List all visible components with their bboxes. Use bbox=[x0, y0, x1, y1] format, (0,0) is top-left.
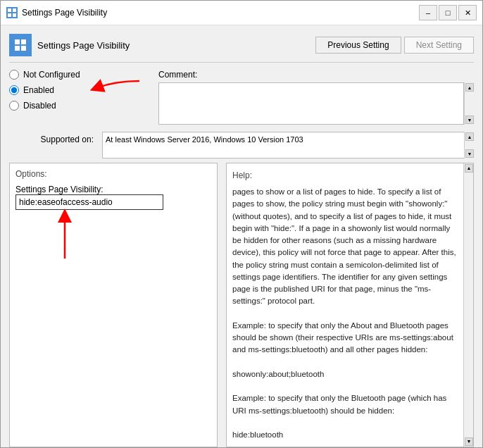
supported-value: At least Windows Server 2016, Windows 10… bbox=[102, 132, 474, 158]
disabled-radio[interactable] bbox=[9, 101, 19, 111]
svg-rect-5 bbox=[21, 39, 26, 44]
next-setting-button[interactable]: Next Setting bbox=[404, 37, 474, 54]
window-icon bbox=[6, 7, 18, 18]
comment-scrollbar: ▲ ▼ bbox=[464, 82, 474, 125]
options-title: Options: bbox=[15, 169, 211, 179]
supported-label: Supported on: bbox=[9, 132, 94, 144]
help-scroll-up[interactable]: ▲ bbox=[465, 164, 473, 173]
supported-row: Supported on: At least Windows Server 20… bbox=[9, 132, 474, 158]
supported-text: At least Windows Server 2016, Windows 10… bbox=[106, 135, 303, 144]
header-title: Settings Page Visibility bbox=[37, 40, 315, 51]
svg-rect-7 bbox=[21, 46, 26, 51]
help-panel: Help: pages to show or a list of pages t… bbox=[226, 163, 474, 447]
supported-value-wrapper: At least Windows Server 2016, Windows 10… bbox=[102, 132, 474, 158]
svg-rect-2 bbox=[8, 13, 11, 17]
svg-rect-4 bbox=[15, 39, 20, 44]
help-title: Help: bbox=[232, 169, 460, 182]
window-title: Settings Page Visibility bbox=[22, 8, 415, 18]
header-row: Settings Page Visibility Previous Settin… bbox=[9, 31, 474, 63]
enabled-label: Enabled bbox=[23, 85, 54, 95]
options-input[interactable] bbox=[15, 194, 163, 210]
supported-scrollbar: ▲ ▼ bbox=[464, 132, 474, 158]
header-icon bbox=[9, 34, 32, 56]
disabled-option[interactable]: Disabled bbox=[9, 101, 150, 111]
main-content: Settings Page Visibility Previous Settin… bbox=[1, 25, 482, 448]
comment-textarea[interactable] bbox=[158, 82, 464, 125]
comment-scroll-up[interactable]: ▲ bbox=[465, 83, 474, 92]
help-text: pages to show or a list of pages to hide… bbox=[232, 186, 460, 441]
svg-rect-1 bbox=[13, 8, 16, 12]
enabled-radio[interactable] bbox=[9, 85, 19, 95]
not-configured-radio[interactable] bbox=[9, 70, 19, 80]
options-content: Settings Page Visibility: bbox=[15, 185, 211, 210]
window-controls: – □ ✕ bbox=[419, 5, 477, 20]
comment-label: Comment: bbox=[158, 70, 474, 80]
radio-group: Not Configured Enabled bbox=[9, 70, 150, 111]
title-bar: Settings Page Visibility – □ ✕ bbox=[1, 1, 482, 25]
comment-section: Comment: ▲ ▼ bbox=[158, 70, 474, 125]
svg-rect-6 bbox=[15, 46, 20, 51]
input-arrow bbox=[51, 206, 107, 262]
enabled-option[interactable]: Enabled bbox=[9, 85, 150, 95]
svg-rect-0 bbox=[8, 8, 11, 12]
minimize-button[interactable]: – bbox=[419, 5, 437, 20]
maximize-button[interactable]: □ bbox=[439, 5, 457, 20]
nav-buttons: Previous Setting Next Setting bbox=[315, 37, 474, 54]
not-configured-label: Not Configured bbox=[23, 70, 80, 80]
radio-comment-row: Not Configured Enabled bbox=[9, 67, 474, 127]
enabled-arrow bbox=[87, 75, 143, 104]
help-scrollbar: ▲ ▼ bbox=[463, 163, 473, 447]
supported-scroll-up[interactable]: ▲ bbox=[465, 132, 474, 141]
comment-scroll-down[interactable]: ▼ bbox=[465, 116, 474, 124]
window: Settings Page Visibility – □ ✕ Settings … bbox=[0, 0, 483, 448]
options-help-section: Options: Settings Page Visibility: bbox=[9, 163, 474, 447]
supported-scroll-down[interactable]: ▼ bbox=[465, 149, 474, 158]
help-scroll-down[interactable]: ▼ bbox=[465, 437, 473, 446]
options-field-label: Settings Page Visibility: bbox=[15, 185, 211, 194]
radio-options: Not Configured Enabled bbox=[9, 70, 150, 111]
svg-rect-3 bbox=[13, 13, 16, 17]
close-button[interactable]: ✕ bbox=[458, 5, 477, 20]
options-panel: Options: Settings Page Visibility: bbox=[9, 163, 218, 447]
disabled-label: Disabled bbox=[23, 101, 56, 111]
comment-box-wrapper: ▲ ▼ bbox=[158, 82, 474, 125]
not-configured-option[interactable]: Not Configured bbox=[9, 70, 150, 80]
prev-setting-button[interactable]: Previous Setting bbox=[315, 37, 401, 54]
